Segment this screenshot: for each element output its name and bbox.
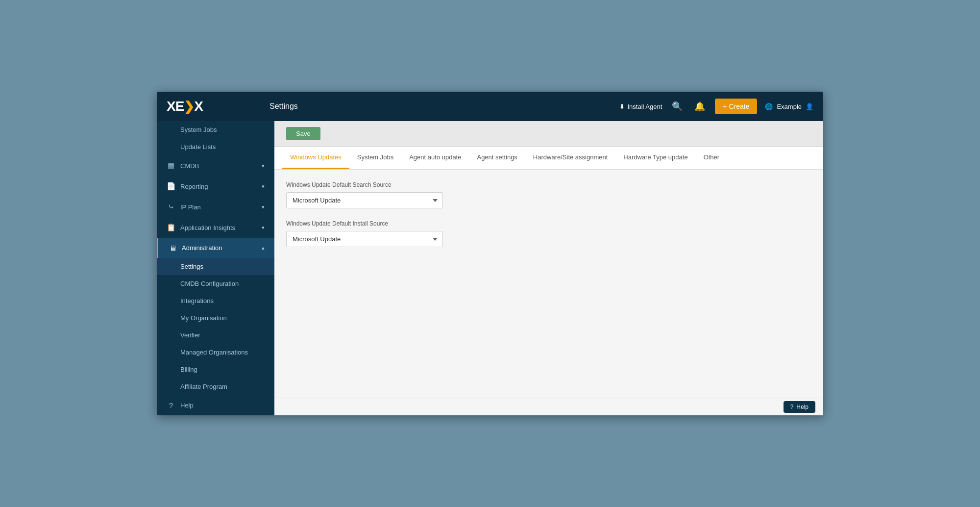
main-layout: System Jobs Update Lists ▦ CMDB ▾ 📄 Repo…: [157, 121, 823, 415]
user-menu[interactable]: 🌐 Example 👤: [765, 103, 813, 110]
app-insights-icon: 📋: [167, 223, 175, 232]
install-source-select[interactable]: Microsoft UpdateWSUSCustom: [286, 231, 443, 247]
username-label: Example: [777, 103, 802, 110]
ip-plan-icon: ⤷: [167, 203, 175, 211]
page-title: Settings: [270, 102, 619, 111]
sidebar-item-settings[interactable]: Settings: [157, 258, 274, 275]
tab-hardware-site-assignment[interactable]: Hardware/Site assignment: [525, 147, 615, 169]
app-window: XE❯X Settings ⬇ Install Agent 🔍 🔔 + Crea…: [157, 92, 823, 415]
content-header: Save: [274, 121, 823, 147]
sidebar-item-my-organisation[interactable]: My Organisation: [157, 309, 274, 327]
sidebar-item-managed-organisations[interactable]: Managed Organisations: [157, 344, 274, 361]
search-icon: 🔍: [672, 101, 683, 112]
search-source-label: Windows Update Default Search Source: [286, 181, 811, 188]
sidebar-item-cmdb[interactable]: ▦ CMDB ▾: [157, 155, 274, 176]
sidebar-item-help[interactable]: ? Help: [157, 395, 274, 415]
sidebar-item-update-lists[interactable]: Update Lists: [157, 138, 274, 155]
globe-icon: 🌐: [765, 103, 773, 110]
logo: XE❯X: [167, 99, 255, 114]
user-avatar-icon: 👤: [806, 103, 813, 110]
logo-text: XE❯X: [167, 99, 203, 114]
sidebar-item-verifier[interactable]: Verifier: [157, 327, 274, 344]
sidebar-item-billing[interactable]: Billing: [157, 361, 274, 378]
download-icon: ⬇: [619, 103, 625, 110]
sidebar-item-system-jobs[interactable]: System Jobs: [157, 121, 274, 138]
help-button[interactable]: ? Help: [784, 401, 815, 413]
reporting-icon: 📄: [167, 182, 175, 191]
create-button[interactable]: + Create: [715, 99, 757, 114]
chevron-down-icon: ▾: [262, 225, 265, 231]
help-icon: ?: [167, 401, 175, 409]
install-source-label: Windows Update Default Install Source: [286, 220, 811, 227]
notifications-button[interactable]: 🔔: [692, 99, 707, 114]
sidebar-item-ip-plan[interactable]: ⤷ IP Plan ▾: [157, 197, 274, 217]
tab-other[interactable]: Other: [696, 147, 728, 169]
tab-system-jobs[interactable]: System Jobs: [349, 147, 401, 169]
install-agent-button[interactable]: ⬇ Install Agent: [619, 103, 662, 110]
content-area: Save Windows Updates System Jobs Agent a…: [274, 121, 823, 415]
search-button[interactable]: 🔍: [670, 99, 685, 114]
install-source-group: Windows Update Default Install Source Mi…: [286, 220, 811, 247]
sidebar-item-affiliate-program[interactable]: Affiliate Program: [157, 378, 274, 395]
chevron-down-icon: ▾: [262, 163, 265, 169]
tab-agent-settings[interactable]: Agent settings: [469, 147, 525, 169]
bell-icon: 🔔: [694, 101, 705, 112]
search-source-group: Windows Update Default Search Source Mic…: [286, 181, 811, 208]
sidebar-item-cmdb-configuration[interactable]: CMDB Configuration: [157, 275, 274, 292]
sidebar-item-integrations[interactable]: Integrations: [157, 292, 274, 309]
tabs-bar: Windows Updates System Jobs Agent auto u…: [274, 147, 823, 170]
help-circle-icon: ?: [790, 404, 794, 410]
sidebar: System Jobs Update Lists ▦ CMDB ▾ 📄 Repo…: [157, 121, 274, 415]
cmdb-icon: ▦: [167, 161, 175, 170]
bottom-bar: ? Help: [274, 398, 823, 415]
sidebar-item-reporting[interactable]: 📄 Reporting ▾: [157, 176, 274, 197]
tab-agent-auto-update[interactable]: Agent auto update: [401, 147, 469, 169]
administration-icon: 🖥: [168, 244, 177, 252]
search-source-select[interactable]: Microsoft UpdateWSUSCustom: [286, 192, 443, 208]
tab-windows-updates[interactable]: Windows Updates: [282, 147, 349, 169]
sidebar-item-application-insights[interactable]: 📋 Application Insights ▾: [157, 217, 274, 238]
tab-hardware-type-update[interactable]: Hardware Type update: [615, 147, 695, 169]
chevron-down-icon: ▾: [262, 183, 265, 190]
save-button[interactable]: Save: [286, 127, 320, 140]
top-navigation: XE❯X Settings ⬇ Install Agent 🔍 🔔 + Crea…: [157, 92, 823, 121]
chevron-up-icon: ▴: [262, 245, 265, 251]
chevron-down-icon: ▾: [262, 204, 265, 210]
topnav-actions: ⬇ Install Agent 🔍 🔔 + Create 🌐 Example 👤: [619, 99, 814, 114]
settings-content: Windows Update Default Search Source Mic…: [274, 170, 823, 398]
sidebar-item-administration[interactable]: 🖥 Administration ▴: [157, 238, 274, 258]
